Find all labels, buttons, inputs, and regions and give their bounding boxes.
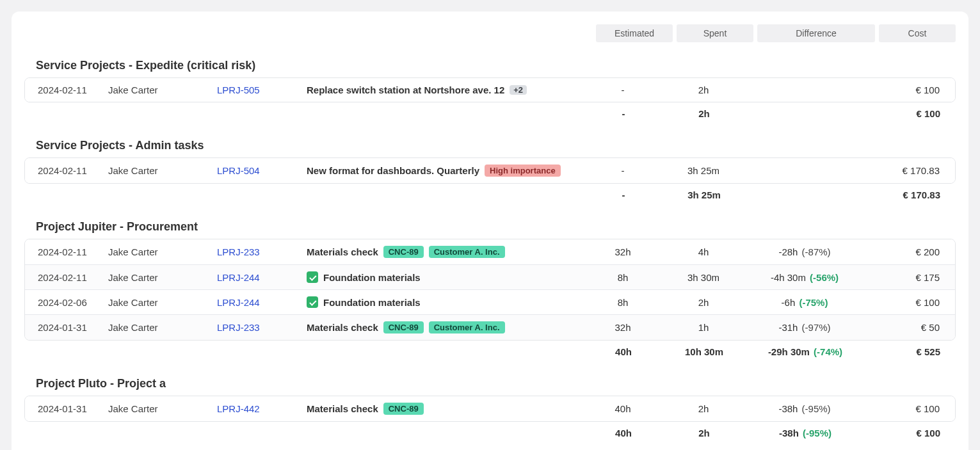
issue-link[interactable]: LPRJ-442 — [217, 403, 260, 414]
group-subtotal: 40h10h 30m-29h 30m (-74%)€ 525 — [24, 341, 956, 363]
cell-date: 2024-02-06 — [38, 297, 108, 308]
task-label: New format for dashboards. Quarterly — [307, 165, 479, 176]
cell-difference: -6h (-75%) — [744, 297, 865, 308]
table-row[interactable]: 2024-01-31Jake CarterLPRJ-233Materials c… — [25, 314, 955, 340]
cell-user: Jake Carter — [108, 403, 217, 414]
diff-pct: (-75%) — [796, 297, 828, 308]
group-subtotal: -3h 25m€ 170.83 — [24, 184, 956, 206]
cell-cost: € 175 — [865, 272, 942, 283]
issue-link[interactable]: LPRJ-233 — [217, 246, 260, 257]
cell-key: LPRJ-442 — [217, 403, 307, 414]
header-cost: Cost — [879, 24, 956, 42]
cell-difference: -31h (-97%) — [744, 322, 865, 333]
check-icon — [307, 271, 318, 283]
group-rows: 2024-02-11Jake CarterLPRJ-504New format … — [24, 157, 956, 184]
cell-cost: € 100 — [865, 403, 942, 414]
cell-estimated: 40h — [582, 403, 663, 414]
table-row[interactable]: 2024-02-11Jake CarterLPRJ-505Replace swi… — [25, 78, 955, 102]
issue-link[interactable]: LPRJ-244 — [217, 297, 260, 308]
cell-key: LPRJ-244 — [217, 297, 307, 308]
cell-spent: 2h — [663, 297, 744, 308]
cell-estimated: 8h — [582, 297, 663, 308]
badge: Customer A. Inc. — [429, 321, 505, 333]
header-difference: Difference — [757, 24, 875, 42]
cell-cost: € 100 — [865, 297, 942, 308]
check-icon — [307, 296, 318, 308]
cell-difference: -38h (-95%) — [744, 403, 865, 414]
subtotal-difference: -38h (-95%) — [744, 428, 866, 438]
subtotal-spent: 2h — [664, 428, 744, 438]
task-label: Materials check — [307, 246, 378, 257]
subtotal-difference — [744, 108, 866, 119]
cell-spent: 4h — [663, 246, 744, 257]
cell-key: LPRJ-244 — [217, 272, 307, 283]
cell-task: Foundation materials — [307, 271, 582, 283]
group-rows: 2024-02-11Jake CarterLPRJ-233Materials c… — [24, 239, 956, 341]
diff-value: -6h — [782, 297, 796, 308]
subtotal-difference — [744, 189, 866, 200]
cell-estimated: - — [582, 165, 663, 176]
subtotal-estimated: 40h — [583, 428, 664, 438]
table-row[interactable]: 2024-02-06Jake CarterLPRJ-244Foundation … — [25, 289, 955, 314]
report-panel: Estimated Spent Difference Cost Service … — [12, 12, 968, 450]
badge: CNC-89 — [383, 403, 424, 415]
subtotal-difference: -29h 30m (-74%) — [744, 346, 866, 357]
group-rows: 2024-01-31Jake CarterLPRJ-442Materials c… — [24, 396, 956, 422]
cell-date: 2024-01-31 — [38, 322, 108, 333]
cell-spent: 2h — [663, 403, 744, 414]
header-spent: Spent — [677, 24, 753, 42]
cell-cost: € 100 — [865, 84, 942, 95]
badge: CNC-89 — [383, 246, 424, 258]
cell-date: 2024-01-31 — [38, 403, 108, 414]
issue-link[interactable]: LPRJ-505 — [217, 84, 260, 95]
diff-pct: (-56%) — [807, 272, 839, 283]
cell-key: LPRJ-505 — [217, 84, 307, 95]
subtotal-spent: 10h 30m — [664, 346, 744, 357]
subtotal-estimated: - — [583, 108, 664, 119]
cell-spent: 3h 25m — [663, 165, 744, 176]
table-row[interactable]: 2024-02-11Jake CarterLPRJ-233Materials c… — [25, 239, 955, 264]
subtotal-cost: € 525 — [866, 346, 943, 357]
cell-cost: € 200 — [865, 246, 942, 257]
table-row[interactable]: 2024-02-11Jake CarterLPRJ-504New format … — [25, 158, 955, 183]
subtotal-cost: € 100 — [866, 108, 943, 119]
issue-link[interactable]: LPRJ-244 — [217, 272, 260, 283]
cell-date: 2024-02-11 — [38, 165, 108, 176]
issue-link[interactable]: LPRJ-504 — [217, 165, 260, 176]
cell-date: 2024-02-11 — [38, 84, 108, 95]
cell-spent: 1h — [663, 322, 744, 333]
groups-container: Service Projects - Expedite (critical ri… — [24, 59, 956, 444]
cell-difference: -4h 30m (-56%) — [744, 272, 865, 283]
badge: +2 — [510, 85, 527, 95]
cell-cost: € 50 — [865, 322, 942, 333]
cell-user: Jake Carter — [108, 84, 217, 95]
diff-value: -31h — [778, 322, 798, 333]
cell-task: Materials checkCNC-89Customer A. Inc. — [307, 321, 582, 333]
subtotal-estimated: - — [583, 189, 664, 200]
cell-user: Jake Carter — [108, 322, 217, 333]
cell-spent: 3h 30m — [663, 272, 744, 283]
cell-task: New format for dashboards. QuarterlyHigh… — [307, 165, 582, 177]
cell-estimated: 32h — [582, 322, 663, 333]
cell-difference: -28h (-87%) — [744, 246, 865, 257]
group-title: Service Projects - Admin tasks — [36, 139, 956, 152]
cell-date: 2024-02-11 — [38, 246, 108, 257]
diff-value: -28h — [778, 246, 798, 257]
cell-date: 2024-02-11 — [38, 272, 108, 283]
task-label: Foundation materials — [323, 272, 421, 283]
issue-link[interactable]: LPRJ-233 — [217, 322, 260, 333]
column-headers: Estimated Spent Difference Cost — [24, 24, 956, 42]
cell-key: LPRJ-233 — [217, 322, 307, 333]
group-subtotal: 40h2h-38h (-95%)€ 100 — [24, 422, 956, 444]
diff-pct: (-95%) — [799, 403, 830, 414]
task-label: Foundation materials — [323, 297, 421, 308]
group-subtotal: -2h€ 100 — [24, 102, 956, 125]
subtotal-cost: € 170.83 — [866, 189, 943, 200]
task-label: Replace switch station at Nortshore ave.… — [307, 84, 504, 95]
table-row[interactable]: 2024-01-31Jake CarterLPRJ-442Materials c… — [25, 396, 955, 421]
table-row[interactable]: 2024-02-11Jake CarterLPRJ-244Foundation … — [25, 264, 955, 289]
cell-estimated: 32h — [582, 246, 663, 257]
cell-task: Replace switch station at Nortshore ave.… — [307, 84, 582, 95]
cell-estimated: - — [582, 84, 663, 95]
cell-key: LPRJ-233 — [217, 246, 307, 257]
